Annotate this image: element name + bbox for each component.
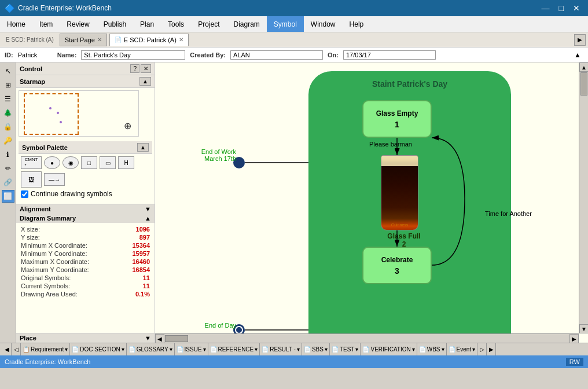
symbol-palette-collapse[interactable]: ▲ <box>137 143 149 152</box>
tab-escd[interactable]: 📄 E SCD: Patrick (A) ✕ <box>109 34 189 46</box>
sym-circle2-btn[interactable]: ◉ <box>63 156 79 169</box>
sym-image-btn[interactable]: 🖼 <box>21 171 42 188</box>
idbar-scroll-up[interactable]: ▲ <box>574 51 583 59</box>
status-glossary[interactable]: 📄 GLOSSARY ▾ <box>127 343 175 355</box>
horizontal-scrollbar[interactable]: ◀ ▶ <box>155 333 579 343</box>
vertical-scrollbar[interactable]: ▲ ▼ <box>579 63 588 333</box>
canvas-area: End of WorkMarch 17th Staint Patrick's D… <box>155 63 588 343</box>
sym-rect2-btn[interactable]: ▭ <box>100 156 116 169</box>
tab-scroll-right[interactable]: ▶ <box>574 34 586 46</box>
help-button[interactable]: ? <box>130 64 139 73</box>
icon-tree[interactable]: 🌲 <box>2 107 14 119</box>
status-requirement[interactable]: 📋 Requirement ▾ <box>21 343 70 355</box>
starmap-crosshair[interactable]: ⊕ <box>124 120 131 131</box>
test-label: TEST <box>340 346 355 353</box>
minimize-button[interactable]: — <box>538 2 553 14</box>
ref-label: REFERENCE <box>218 346 254 353</box>
status-result[interactable]: 📄 RESULT - ▾ <box>260 343 302 355</box>
event-icon: 📄 <box>449 346 455 353</box>
test-icon: 📄 <box>332 346 339 353</box>
status-nav-left2[interactable]: ◁ <box>12 343 21 355</box>
continue-drawing-checkbox[interactable] <box>21 190 28 198</box>
tab-close-icon[interactable]: ✕ <box>179 36 183 43</box>
icon-grid[interactable]: ⊞ <box>2 79 14 91</box>
starmap-dot-3 <box>60 121 62 123</box>
scroll-right-btn[interactable]: ▶ <box>569 334 579 343</box>
close-button[interactable]: ✕ <box>569 2 583 14</box>
diagram-summary-content: X size:1096Y size:897Minimum X Coordinat… <box>16 223 155 300</box>
diag-row-label: Maximum X Coordinate: <box>21 258 89 265</box>
status-nav-right2[interactable]: ▶ <box>487 343 496 355</box>
icon-key[interactable]: 🔑 <box>2 134 14 147</box>
state-glass-empty[interactable]: Glass Empty 1 <box>362 100 432 138</box>
state-celebrate[interactable]: Celebrate 3 <box>362 247 432 284</box>
diagram-summary-row: Drawing Area Used:0.1% <box>21 290 150 298</box>
starmap-collapse[interactable]: ▲ <box>139 77 151 86</box>
menu-plan[interactable]: Plan <box>133 16 161 32</box>
icon-arrow[interactable]: ↖ <box>2 65 14 78</box>
sym-arrow-btn[interactable]: —→ <box>44 173 65 186</box>
status-reference[interactable]: 📄 REFERENCE ▾ <box>208 343 260 355</box>
icon-pencil[interactable]: ✏ <box>2 162 14 175</box>
scroll-thumb-v[interactable] <box>580 72 587 96</box>
diagram-summary-row: Minimum X Coordinate:15364 <box>21 241 150 249</box>
menu-review[interactable]: Review <box>60 16 96 32</box>
state-celebrate-label: Celebrate <box>381 256 413 264</box>
name-input[interactable] <box>81 50 185 60</box>
status-nav-right[interactable]: ▷ <box>477 343 487 355</box>
place-header[interactable]: Place ▼ <box>16 333 155 343</box>
scroll-up-btn[interactable]: ▲ <box>579 63 588 72</box>
icon-diagram[interactable]: ⬜ <box>2 190 14 203</box>
sym-rect-btn[interactable]: □ <box>81 156 97 169</box>
diagram-summary-header[interactable]: Diagram Summary ▲ <box>16 214 155 223</box>
diag-row-label: Maximum Y Coordinate: <box>21 266 89 273</box>
diag-row-value: 897 <box>139 234 150 241</box>
tab-label: E SCD: Patrick (A) <box>124 36 177 43</box>
scroll-thumb-h[interactable] <box>165 335 188 342</box>
scroll-down-btn[interactable]: ▼ <box>579 324 588 333</box>
diagram-summary-row: Y size:897 <box>21 233 150 241</box>
test-arrow: ▾ <box>355 346 358 353</box>
icon-info[interactable]: ℹ <box>2 148 14 161</box>
continue-drawing-row: Continue drawing symbols <box>21 190 150 198</box>
icon-list[interactable]: ☰ <box>2 93 14 105</box>
menu-publish[interactable]: Publish <box>97 16 133 32</box>
status-nav-left[interactable]: ◀ <box>2 343 12 355</box>
diagram-summary-row: Minimum Y Coordinate:15957 <box>21 249 150 258</box>
menu-help[interactable]: Help <box>343 16 371 32</box>
menu-item[interactable]: Item <box>32 16 60 32</box>
menu-home[interactable]: Home <box>0 16 32 32</box>
sym-h-btn[interactable]: H <box>118 156 134 169</box>
status-wbs[interactable]: 📄 WBS ▾ <box>417 343 447 355</box>
icon-link[interactable]: 🔗 <box>2 176 14 189</box>
diag-row-value: 15364 <box>132 242 150 249</box>
menu-diagram[interactable]: Diagram <box>226 16 266 32</box>
status-event[interactable]: 📄 Event ▾ <box>447 343 478 355</box>
menu-tools[interactable]: Tools <box>161 16 191 32</box>
scroll-left-btn[interactable]: ◀ <box>155 334 164 343</box>
maximize-button[interactable]: □ <box>556 2 567 14</box>
menu-symbol[interactable]: Symbol <box>267 16 304 32</box>
close-panel-button[interactable]: ✕ <box>141 64 151 73</box>
sbs-icon: 📄 <box>304 346 311 353</box>
status-sbs[interactable]: 📄 SBS ▾ <box>302 343 330 355</box>
status-bar: ◀ ◁ 📋 Requirement ▾ 📄 DOC SECTION ▾ 📄 GL… <box>0 343 588 355</box>
status-issue[interactable]: 📄 ISSUE ▾ <box>175 343 208 355</box>
diag-row-value: 16854 <box>132 266 150 273</box>
icon-lock[interactable]: 🔒 <box>2 120 14 133</box>
status-test[interactable]: 📄 TEST ▾ <box>330 343 361 355</box>
created-by-input[interactable] <box>230 50 323 60</box>
menu-window[interactable]: Window <box>304 16 343 32</box>
status-verification[interactable]: 📄 VERIFICATION ▾ <box>361 343 417 355</box>
sbs-label: SBS <box>312 346 324 353</box>
starmap-canvas[interactable]: ⊕ <box>19 90 139 137</box>
tab-start-page[interactable]: Start Page ✕ <box>60 34 107 46</box>
sym-cmnt-btn[interactable]: CMNT* <box>21 156 42 169</box>
menu-project[interactable]: Project <box>191 16 226 32</box>
on-input[interactable] <box>343 50 436 60</box>
sym-circle-btn[interactable]: ● <box>44 156 60 169</box>
app-title: Cradle Enterprise: WorkBench <box>18 4 112 12</box>
tab-close-icon[interactable]: ✕ <box>97 36 102 43</box>
alignment-header[interactable]: Alignment ▼ <box>16 204 155 214</box>
status-doc-section[interactable]: 📄 DOC SECTION ▾ <box>70 343 126 355</box>
